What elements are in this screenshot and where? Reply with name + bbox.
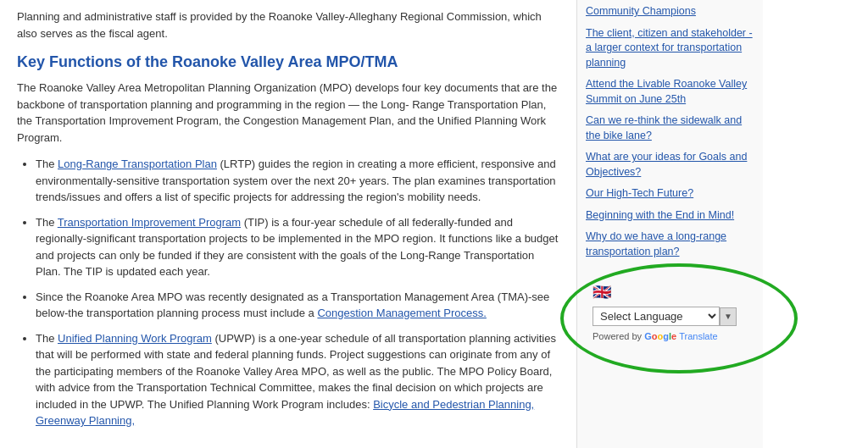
section-title: Key Functions of the Roanoke Valley Area… xyxy=(17,53,559,71)
sidebar-link[interactable]: Can we re-think the sidewalk and the bik… xyxy=(586,113,754,143)
sidebar-link[interactable]: Community Champions xyxy=(586,4,754,19)
tip-link[interactable]: Transportation Improvement Program xyxy=(58,216,241,229)
sidebar-link[interactable]: The client, citizen and stakeholder - a … xyxy=(586,26,754,71)
intro-paragraph: Planning and administrative staff is pro… xyxy=(17,8,559,41)
language-select-wrapper: Select Language ▼ xyxy=(593,307,748,326)
section-description: The Roanoke Valley Area Metropolitan Pla… xyxy=(17,80,559,146)
language-select[interactable]: Select Language xyxy=(593,307,720,326)
bullet-list: The Long-Range Transportation Plan (LRTP… xyxy=(17,156,559,429)
arrow-icon: ▼ xyxy=(724,312,732,321)
uk-flag-icon: 🇬🇧 xyxy=(593,283,748,301)
sidebar-link[interactable]: Our High-Tech Future? xyxy=(586,186,754,202)
language-section: 🇬🇧 Select Language ▼ Powered by Google T… xyxy=(586,276,754,348)
bike-ped-link[interactable]: Bicycle and Pedestrian Planning, xyxy=(373,398,534,411)
main-content: Planning and administrative staff is pro… xyxy=(0,0,576,448)
upwp-link[interactable]: Unified Planning Work Program xyxy=(58,332,212,345)
list-item: The Unified Planning Work Program (UPWP)… xyxy=(36,330,559,429)
greenway-link[interactable]: Greenway Planning, xyxy=(36,414,135,427)
sidebar-link[interactable]: Why do we have a long-range transportati… xyxy=(586,230,754,259)
sidebar-link[interactable]: Beginning with the End in Mind! xyxy=(586,208,754,224)
sidebar-link[interactable]: What are your ideas for Goals and Object… xyxy=(586,150,754,180)
cmp-link[interactable]: Congestion Management Process. xyxy=(317,307,486,319)
google-logo: Google xyxy=(644,331,679,341)
select-dropdown-arrow[interactable]: ▼ xyxy=(720,307,737,326)
list-item: The Transportation Improvement Program (… xyxy=(36,214,559,280)
sidebar-links: Community ChampionsThe client, citizen a… xyxy=(586,4,754,259)
translate-label: Translate xyxy=(679,331,717,341)
list-item: The Long-Range Transportation Plan (LRTP… xyxy=(36,156,559,206)
powered-by-text: Powered by Google Translate xyxy=(593,331,748,341)
sidebar-link[interactable]: Attend the Livable Roanoke Valley Summit… xyxy=(586,77,754,107)
sidebar: Community ChampionsThe client, citizen a… xyxy=(576,0,763,448)
list-item: Since the Roanoke Area MPO was recently … xyxy=(36,289,559,322)
lrtp-link[interactable]: Long-Range Transportation Plan xyxy=(58,158,217,170)
